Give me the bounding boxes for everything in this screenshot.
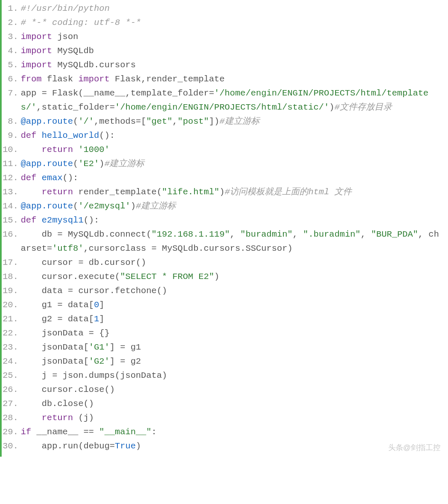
line-number: 6. — [2, 72, 21, 86]
code-token: '1000' — [78, 145, 110, 154]
code-token: db.close() — [21, 399, 94, 409]
code-token: #!/usr/bin/python — [21, 4, 110, 13]
code-token: (): — [63, 173, 78, 183]
code-token: : — [151, 427, 157, 437]
code-token: from — [21, 74, 41, 84]
code-content: @app.route('/',methods=["get","post"])#建… — [21, 115, 448, 129]
code-line: 8.@app.route('/',methods=["get","post"])… — [2, 115, 448, 129]
code-token: __name__ == — [31, 427, 99, 437]
code-line: 28. return (j) — [2, 411, 448, 425]
line-number: 11. — [2, 157, 21, 171]
code-content: app = Flask(__name__,template_folder='/h… — [21, 86, 448, 115]
code-content: return render_template("life.html")#访问模板… — [21, 185, 448, 199]
line-number: 3. — [2, 30, 21, 44]
code-content: cursor = db.cursor() — [21, 256, 448, 270]
code-token: "BUR_PDA" — [371, 230, 418, 239]
line-number: 5. — [2, 58, 21, 72]
code-token: MySQLdb.cursors — [52, 60, 136, 70]
code-line: 23. jsonData['G1'] = g1 — [2, 340, 448, 355]
code-content: import MySQLdb.cursors — [21, 58, 448, 72]
code-line: 22. jsonData = {} — [2, 326, 448, 340]
code-line: 2.# *-* coding: utf-8 *-* — [2, 16, 448, 30]
line-number: 2. — [2, 16, 21, 30]
code-token: ] = g1 — [110, 343, 141, 352]
code-content: if __name__ == "__main__": — [21, 425, 448, 439]
line-number: 25. — [2, 369, 21, 383]
code-block: 1.#!/usr/bin/python2.# *-* coding: utf-8… — [0, 0, 448, 457]
code-token — [21, 413, 41, 423]
code-token: jsonData[ — [21, 357, 89, 366]
code-token: #建立游标 — [136, 201, 176, 211]
code-token: "__main__" — [99, 427, 151, 437]
code-content: def e2mysql1(): — [21, 213, 448, 228]
code-line: 16. db = MySQLdb.connect("192.168.1.119"… — [2, 228, 448, 256]
code-token: data = cursor.fetchone() — [21, 286, 167, 296]
code-token: ) — [131, 201, 136, 211]
code-token: ( — [73, 117, 78, 126]
code-token: def — [21, 131, 37, 140]
line-number: 7. — [2, 86, 21, 100]
code-token: , — [230, 230, 240, 239]
code-token: g2 = data[ — [21, 314, 94, 324]
code-token: if — [21, 427, 31, 437]
line-number: 23. — [2, 340, 21, 355]
code-lines: 1.#!/usr/bin/python2.# *-* coding: utf-8… — [2, 2, 448, 453]
code-line: 24. jsonData['G2'] = g2 — [2, 355, 448, 369]
code-content: from flask import Flask,render_template — [21, 72, 448, 86]
code-token: '/home/engin/ENGIN/PROJECTS/html/static/… — [115, 103, 329, 112]
code-line: 12.def emax(): — [2, 171, 448, 185]
code-token: cursor.execute( — [21, 272, 120, 281]
code-token: '/' — [78, 117, 94, 126]
code-token: , — [173, 117, 178, 126]
code-content: data = cursor.fetchone() — [21, 284, 448, 298]
code-token — [21, 187, 41, 197]
line-number: 27. — [2, 397, 21, 411]
code-token: ) — [99, 159, 105, 169]
line-number: 17. — [2, 256, 21, 270]
line-number: 28. — [2, 411, 21, 425]
code-token — [21, 145, 41, 154]
code-token: ) — [329, 103, 335, 112]
line-number: 26. — [2, 383, 21, 397]
code-line: 11.@app.route('E2')#建立游标 — [2, 157, 448, 171]
code-token: jsonData[ — [21, 343, 89, 352]
code-line: 29.if __name__ == "__main__": — [2, 425, 448, 439]
line-number: 21. — [2, 312, 21, 326]
line-number: 13. — [2, 185, 21, 199]
code-token: app = Flask(__name__,template_folder= — [21, 88, 214, 98]
code-content: db.close() — [21, 397, 448, 411]
code-token: (): — [99, 131, 115, 140]
code-line: 27. db.close() — [2, 397, 448, 411]
code-content: cursor.close() — [21, 383, 448, 397]
code-line: 13. return render_template("life.html")#… — [2, 185, 448, 199]
code-token: json — [52, 32, 78, 42]
code-token: j = json.dumps(jsonData) — [21, 371, 167, 380]
line-number: 1. — [2, 2, 21, 16]
code-content: jsonData['G1'] = g1 — [21, 340, 448, 355]
code-token — [37, 173, 42, 183]
code-content: db = MySQLdb.connect("192.168.1.119", "b… — [21, 228, 448, 256]
line-number: 30. — [2, 439, 21, 453]
code-token: True — [115, 441, 136, 451]
line-number: 10. — [2, 143, 21, 157]
code-content: cursor.execute("SELECT * FROM E2") — [21, 270, 448, 284]
code-content: app.run(debug=True) — [21, 439, 448, 453]
code-token: ] — [99, 314, 105, 324]
line-number: 15. — [2, 213, 21, 228]
code-token: hello_world — [41, 131, 99, 140]
code-token: # *-* coding: utf-8 *-* — [21, 18, 141, 27]
code-token: (j) — [73, 413, 94, 423]
code-token: import — [21, 32, 52, 42]
code-token — [37, 131, 42, 140]
code-token: ".buradmin" — [303, 230, 361, 239]
code-token: 'utf8' — [52, 244, 84, 253]
code-token: #建立游标 — [105, 159, 145, 169]
code-token: ,static_folder= — [37, 103, 115, 112]
code-token: "life.html" — [162, 187, 219, 197]
code-content: import json — [21, 30, 448, 44]
line-number: 14. — [2, 199, 21, 213]
line-number: 19. — [2, 284, 21, 298]
code-content: return '1000' — [21, 143, 448, 157]
code-token: "192.168.1.119" — [151, 230, 230, 239]
code-token: ( — [73, 159, 78, 169]
